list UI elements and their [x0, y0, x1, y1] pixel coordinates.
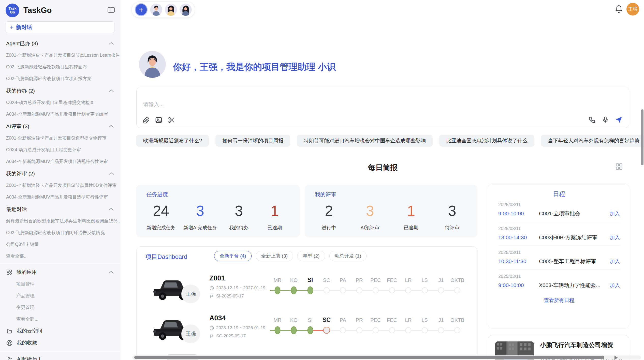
suggestion-chip[interactable]: 比亚迪全固态电池计划具体说了什么: [439, 135, 534, 147]
scroll-right-arrow[interactable]: [614, 356, 618, 360]
user-avatar[interactable]: 王强: [626, 3, 639, 16]
conversation-item[interactable]: Z001-全新燃油轻卡产品开发项目SI节点属性5D文件评审: [0, 179, 120, 191]
app-sub-item[interactable]: 变更管理: [0, 302, 120, 313]
section-title: Agent已办 (3): [6, 40, 38, 47]
dashboard-filter-chip[interactable]: 年型 (2): [297, 251, 325, 261]
schedule-event[interactable]: 2025/03/1113:00-14:30C003|H0B-方案冻结评审加入: [498, 222, 620, 246]
schedule-event[interactable]: 2025/03/119:00-10:00X003-车辆动力学性能验...加入: [498, 270, 620, 293]
conversation-item[interactable]: A034-全新新能源MUV产品开发项目造型可行性评审: [0, 191, 120, 203]
milestone-dot: [438, 327, 444, 333]
dashboard-filter-chip[interactable]: 动总开发 (1): [329, 251, 367, 261]
daily-card-stats: 2进行中3AI预评审1已逾期3待评审: [315, 202, 466, 231]
dashboard-filter-chip[interactable]: 全新上装 (3): [256, 251, 293, 261]
horizontal-scrollbar-thumb[interactable]: [134, 356, 604, 359]
conversation-item[interactable]: A034-全新新能源MUV产品开发项目计划变更表编写: [0, 108, 120, 120]
join-button[interactable]: 加入: [610, 258, 620, 265]
schedule-event[interactable]: 2025/03/119:00-10:00C001-立项审批会加入: [498, 198, 620, 222]
milestone-label: J1: [438, 317, 444, 323]
section-title: 我的评审 (2): [6, 170, 35, 177]
conversation-item[interactable]: C02-飞腾新能源轻客改款项目立项汇报方案: [0, 73, 120, 84]
sidebar-item-my-apps[interactable]: 我的应用: [0, 266, 120, 278]
agent-switcher: +: [131, 2, 195, 18]
chevron-up-icon[interactable]: [108, 207, 114, 211]
milestone-label: MR: [273, 317, 281, 323]
milestone-label: LR: [405, 317, 412, 323]
horizontal-scrollbar-track[interactable]: [132, 355, 641, 359]
suggestion-chip[interactable]: 欧洲新规最近颁布了什么?: [136, 135, 209, 147]
conversation-item[interactable]: C02-飞腾新能源轻客改款项目里程碑画布: [0, 61, 120, 73]
project-tag: SC-2025-05-17: [209, 334, 246, 339]
agent-avatar-1[interactable]: [150, 4, 162, 16]
send-icon[interactable]: [615, 116, 623, 124]
milestone-label: MR: [273, 277, 281, 283]
vertical-scrollbar-thumb[interactable]: [641, 109, 643, 165]
schedule-event[interactable]: 2025/03/1110:30-11:30C005-整车工程目标评审加入: [498, 246, 620, 270]
chevron-up-icon[interactable]: [108, 271, 114, 274]
conversation-item[interactable]: 解释最新出台的欧盟报废车法规再生塑料比例被调至15%...: [0, 215, 120, 227]
stat-value: 1: [397, 202, 425, 220]
milestone-dot: [340, 327, 346, 333]
app-sub-item[interactable]: 项目管理: [0, 278, 120, 290]
milestone-dot: [373, 287, 379, 293]
task-progress-card: 任务进度24新增完成任务3新增AI完成任务3我的待办1已逾期: [136, 185, 300, 237]
join-button[interactable]: 加入: [610, 234, 620, 241]
new-chat-button[interactable]: + 新对话: [6, 21, 114, 33]
conversation-item[interactable]: Z001-全新燃油轻卡产品开发项目SI造型提交物评审: [0, 132, 120, 144]
agent-avatar-2[interactable]: [165, 4, 177, 16]
milestone-dot: [438, 287, 444, 293]
sidebar-collapse-icon[interactable]: [107, 7, 115, 14]
microphone-icon[interactable]: [602, 116, 609, 124]
chevron-up-icon[interactable]: [108, 172, 114, 175]
join-button[interactable]: 加入: [610, 210, 620, 217]
milestone-dot: [275, 326, 281, 334]
image-icon[interactable]: [155, 116, 163, 124]
dashboard-title: 项目Dashboard: [145, 253, 187, 261]
conversation-item[interactable]: C0X4-动力总成开发项目工程变更评审: [0, 144, 120, 156]
conversation-item[interactable]: Z001-全新燃油皮卡产品开发项目SI节点Lesson Learn报告: [0, 49, 120, 61]
conversation-item[interactable]: 查看全部...: [0, 250, 120, 262]
conversation-item[interactable]: C0X4-动力总成开发项目SI里程碑提交物检查: [0, 97, 120, 108]
suggestion-chip[interactable]: 如何写一份清晰的项目周报: [215, 135, 290, 147]
app-sub-item[interactable]: 产品管理: [0, 290, 120, 302]
suggestion-chip[interactable]: 当下年轻人对汽车外观有怎样的喜好趋势: [541, 135, 644, 147]
sidebar-tool-label: AI超级员工: [17, 356, 42, 360]
scissors-icon[interactable]: [168, 116, 175, 124]
event-date: 2025/03/11: [498, 274, 620, 279]
sidebar-item-cloud-folder[interactable]: 我的云空间: [0, 325, 120, 337]
stat-item: 2进行中: [315, 202, 343, 231]
view-all-schedule-link[interactable]: 查看所有日程: [498, 297, 620, 304]
stat-item: 24新增完成任务: [147, 202, 175, 231]
event-row: 10:30-11:30C005-整车工程目标评审加入: [498, 258, 620, 265]
attachment-icon[interactable]: [143, 116, 150, 124]
sidebar-item-star[interactable]: 我的收藏: [0, 337, 120, 349]
app-sub-item[interactable]: 查看全部...: [0, 313, 120, 325]
milestone-dot: [373, 327, 379, 333]
stat-value: 24: [147, 202, 175, 220]
agent-avatar-3[interactable]: [180, 4, 192, 16]
layout-grid-icon[interactable]: [615, 163, 623, 171]
suggestion-chip[interactable]: 特朗普可能对进口汽车增税会对中国车企造成哪些影响: [297, 135, 433, 147]
stat-label: 我的待办: [225, 224, 253, 231]
conversation-item[interactable]: C02-飞腾新能源轻客改款项目的闭环通告反馈情况: [0, 227, 120, 238]
divider: [0, 264, 120, 264]
chevron-up-icon[interactable]: [108, 125, 114, 128]
dashboard-filter-chip[interactable]: 全新平台 (4): [214, 251, 252, 261]
milestone-dot: [422, 287, 428, 293]
star-icon: [6, 340, 13, 346]
conversation-item[interactable]: 公司Q3轻卡销量: [0, 238, 120, 250]
chevron-up-icon[interactable]: [108, 42, 114, 45]
milestone-label: SC: [323, 317, 331, 323]
project-code: Z001: [209, 274, 225, 282]
phone-icon[interactable]: [588, 116, 596, 124]
milestone-dot: [405, 287, 411, 293]
divider: [0, 351, 120, 351]
conversation-item[interactable]: A034-全新新能源MUV产品开发项目法规符合性评审: [0, 156, 120, 167]
stat-value: 2: [315, 202, 343, 220]
join-button[interactable]: 加入: [610, 282, 620, 289]
sidebar-tool-item[interactable]: AI超级员工: [0, 353, 120, 360]
chevron-up-icon[interactable]: [108, 89, 114, 93]
notification-bell-icon[interactable]: [614, 5, 623, 15]
milestone-label: LS: [421, 277, 428, 283]
chat-input[interactable]: [140, 101, 451, 107]
add-agent-button[interactable]: +: [135, 3, 148, 16]
